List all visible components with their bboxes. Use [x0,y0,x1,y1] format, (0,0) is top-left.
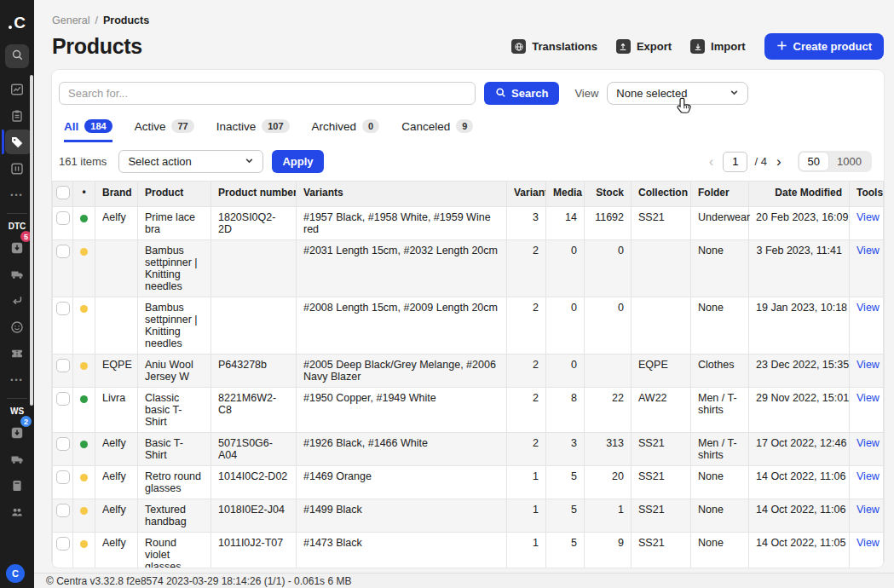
variant-count-cell: 1 [507,466,546,499]
row-checkbox[interactable] [56,504,70,517]
view-select[interactable]: None selected [607,82,748,105]
sidebar-item-analytics[interactable] [2,76,32,102]
view-link[interactable]: View [857,504,880,516]
products-card: Search View None selected All184 Active7… [52,70,884,568]
sidebar-item-more-dtc[interactable]: ••• [2,366,32,393]
sidebar-item-dtc-shipments[interactable] [2,261,32,287]
col-collection[interactable]: Collection [632,182,691,207]
chevron-down-icon [730,87,739,100]
sidebar-item-reports[interactable] [2,155,32,182]
status-dot [80,305,88,313]
folder-cell: Clothes [691,355,749,388]
sidebar-item-dtc-incoming[interactable]: 5 [2,234,32,261]
collection-cell: EQPE [632,355,691,388]
sidebar-scrollbar[interactable] [30,75,33,406]
import-button[interactable]: Import [690,39,745,54]
items-count: 161 items [59,155,107,168]
sidebar-search-button[interactable] [5,44,29,68]
col-variants[interactable]: Variants [297,182,507,207]
brand-cell [95,240,138,297]
page-size-1000[interactable]: 1000 [828,153,870,170]
status-dot [80,507,88,515]
search-input[interactable] [59,82,476,105]
view-label: View [574,87,598,100]
col-stock[interactable]: Stock [585,182,632,207]
sidebar-item-ws-accounts[interactable] [2,499,32,525]
sidebar-item-ws-invoices[interactable] [2,472,32,499]
product-number-cell: 1820SI0Q2-2D [211,207,297,240]
row-checkbox[interactable] [56,470,70,484]
view-link[interactable]: View [857,302,880,314]
product-number-cell: 5071S0G6-A04 [211,433,297,466]
variants-cell: #1950 Copper, #1949 White [297,388,507,433]
search-icon [11,49,24,65]
search-icon [495,87,506,101]
row-checkbox[interactable] [56,437,70,451]
tab-inactive[interactable]: Inactive107 [216,119,290,142]
sidebar-item-customers[interactable] [2,314,32,340]
export-button[interactable]: Export [616,39,672,54]
view-link[interactable]: View [857,470,880,482]
col-variant[interactable]: Variant [507,182,546,207]
variants-cell: #1957 Black, #1958 White, #1959 Wine red [297,207,507,240]
collection-cell: SS21 [632,207,691,240]
variant-count-cell: 1 [507,533,546,568]
page-number-input[interactable] [723,152,747,172]
view-link[interactable]: View [857,245,880,257]
row-checkbox[interactable] [56,359,70,372]
sidebar-item-ws-shipments[interactable] [2,446,32,472]
breadcrumb-parent[interactable]: General [52,14,89,26]
customers-smiley-icon [10,320,24,334]
row-checkbox[interactable] [56,537,70,551]
col-product-number[interactable]: Product number [211,182,297,207]
select-all-checkbox[interactable] [56,186,70,199]
view-link[interactable]: View [857,211,880,223]
page-size-50[interactable]: 50 [799,153,828,170]
row-checkbox[interactable] [56,392,70,406]
col-media[interactable]: Media [546,182,585,207]
col-product[interactable]: Product [138,182,211,207]
tab-canceled[interactable]: Canceled9 [401,119,473,142]
apply-button[interactable]: Apply [272,150,323,173]
next-page-button[interactable]: › [774,154,784,169]
media-count-cell: 8 [546,388,585,433]
translations-button[interactable]: Translations [511,39,597,54]
brand-cell [95,297,138,355]
sidebar-item-products[interactable] [2,129,32,155]
row-checkbox[interactable] [56,245,70,258]
view-link[interactable]: View [857,392,880,404]
product-cell: Bambus settpinner | Knitting needles [138,297,211,355]
collection-cell: AW22 [632,388,691,433]
create-product-button[interactable]: Create product [764,33,884,60]
sidebar-item-ws-incoming[interactable]: 2 [2,419,32,446]
product-cell: Round violet glasses [138,533,211,568]
user-avatar[interactable]: C [6,564,25,583]
sidebar-item-vouchers[interactable] [2,340,32,366]
col-brand[interactable]: Brand [95,182,138,207]
search-button[interactable]: Search [484,82,559,105]
variant-count-cell: 2 [507,433,546,466]
breadcrumb-separator: / [95,14,97,26]
action-select[interactable]: Select action [118,150,263,173]
product-number-cell [211,297,297,355]
tab-active[interactable]: Active77 [135,119,194,142]
breadcrumb: General / Products [34,0,894,26]
view-link[interactable]: View [857,537,880,549]
prev-page-button[interactable]: ‹ [707,154,717,169]
brand-cell: Aelfy [95,533,138,568]
product-cell: Retro round glasses [138,466,211,499]
row-checkbox[interactable] [56,211,70,225]
view-link[interactable]: View [857,437,880,449]
tab-archived[interactable]: Archived0 [312,119,380,142]
col-date-modified[interactable]: Date Modified [749,182,850,207]
incoming-box-icon [10,426,24,440]
col-folder[interactable]: Folder [691,182,749,207]
sidebar-item-orders[interactable] [2,102,32,129]
row-checkbox[interactable] [56,302,70,315]
tab-all[interactable]: All184 [64,119,112,142]
sidebar-item-dtc-returns[interactable] [2,287,32,314]
shipments-truck-icon [10,453,25,466]
view-link[interactable]: View [857,359,880,371]
page-title: Products [52,34,142,59]
sidebar-item-more-general[interactable]: ••• [2,182,32,208]
